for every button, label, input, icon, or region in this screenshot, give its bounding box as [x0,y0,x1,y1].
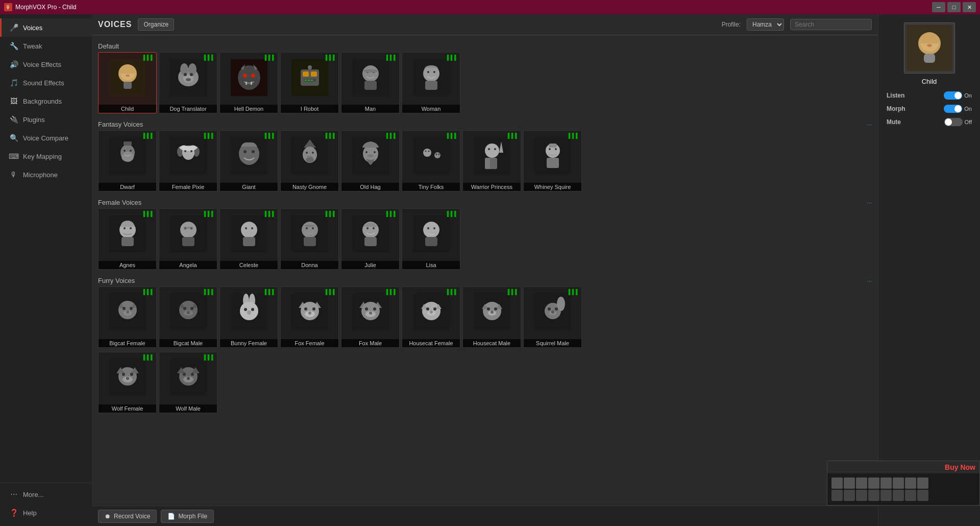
voice-card-housecat-female[interactable]: ▌▌▌ Housecat Female [402,286,460,348]
svg-point-113 [306,227,308,229]
key-mapping-icon: ⌨ [9,151,19,161]
profile-select[interactable]: Hamza [747,18,784,31]
svg-point-54 [177,147,183,157]
sidebar-item-sound-effects[interactable]: 🎵 Sound Effects [0,74,92,92]
voice-card-bigcat-male[interactable]: ▌▌▌ Bigcat Male [159,286,217,348]
sidebar-item-help[interactable]: ❓ Help [0,504,92,522]
voice-card-housecat-male[interactable]: ▌▌▌ Housecat Male [462,286,521,348]
sidebar-item-voices[interactable]: 🎤 Voices [0,18,92,37]
signal-warrior-princess: ▌▌▌ [508,133,519,138]
svg-rect-210 [924,54,935,63]
organize-button[interactable]: Organize [138,18,174,31]
listen-toggle[interactable]: On [944,91,972,100]
svg-point-183 [557,297,565,311]
voice-card-bigcat-female[interactable]: ▌▌▌ Bigcat Female [98,286,157,348]
svg-point-53 [190,150,192,152]
label-celeste: Celeste [220,261,278,269]
voice-card-man[interactable]: ▌▌▌ Man [341,52,400,113]
svg-point-180 [491,310,494,314]
record-voice-button[interactable]: ⏺ Record Voice [98,510,157,523]
svg-point-42 [427,71,429,73]
sidebar-item-more[interactable]: ⋯ More... [0,485,92,504]
voice-card-donna[interactable]: ▌▌▌ Donna [280,208,339,270]
svg-point-153 [304,307,307,310]
fantasy-more[interactable]: ··· [867,122,872,128]
svg-rect-87 [547,158,559,168]
signal-giant: ▌▌▌ [265,133,276,138]
morph-file-icon: 📄 [167,513,175,520]
signal-dog: ▌▌▌ [204,55,215,60]
voice-card-dog-translator[interactable]: ▌▌▌ Dog Translator [159,52,217,113]
sidebar-item-voice-compare[interactable]: 🔍 Voice Compare [0,129,92,147]
voice-card-woman[interactable]: ▌▌▌ Woman [402,52,460,113]
furry-more[interactable]: ··· [867,278,872,284]
label-tiny-folks: Tiny Folks [402,183,460,191]
female-more[interactable]: ··· [867,200,872,206]
more-icon: ⋯ [9,489,19,499]
label-fox-male: Fox Male [341,339,399,347]
voice-card-dwarf[interactable]: ▌▌▌ Dwarf [98,130,157,192]
label-man: Man [341,105,399,113]
sidebar-item-microphone[interactable]: 🎙 Microphone [0,165,92,184]
svg-point-94 [124,227,126,229]
voice-card-hell-demon[interactable]: ▌▌▌ Hell Demon [219,52,278,113]
svg-point-80 [485,144,499,158]
voice-card-whiney-squire[interactable]: ▌▌▌ Whiney Squire [523,130,582,192]
sidebar-item-backgrounds[interactable]: 🖼 Backgrounds [0,92,92,110]
maximize-button[interactable]: □ [947,2,961,12]
signal-tiny-folks: ▌▌▌ [447,133,458,138]
svg-point-66 [306,157,314,162]
signal-housecat-female: ▌▌▌ [447,289,458,295]
svg-rect-30 [311,80,313,81]
help-icon: ❓ [9,508,19,518]
minimize-button[interactable]: ─ [932,2,945,12]
morph-file-button[interactable]: 📄 Morph File [161,510,214,523]
voice-card-fox-female[interactable]: ▌▌▌ Fox Female [280,286,339,348]
voice-card-wolf-male[interactable]: ▌▌▌ Wolf Male [159,352,217,413]
voice-card-warrior-princess[interactable]: ▌▌▌ Warrior Princess [462,130,521,192]
sidebar-item-plugins[interactable]: 🔌 Plugins [0,110,92,129]
selected-voice-panel: Child Listen On Morph On [878,14,980,139]
voice-card-bunny-female[interactable]: ▌▌▌ Bunny Female [219,286,278,348]
voices-list[interactable]: Default [92,35,878,506]
buy-now-header[interactable]: Buy Now [827,461,979,473]
sidebar-label-microphone: Microphone [23,171,58,179]
voice-card-squirrel-male[interactable]: ▌▌▌ Squirrel Male [523,286,582,348]
morph-track[interactable] [944,105,962,113]
mute-toggle[interactable]: Off [944,118,972,126]
voice-card-angela[interactable]: ▌▌▌ Angela [159,208,217,270]
voice-card-agnes[interactable]: ▌▌▌ Agnes [98,208,157,270]
microphone-icon: 🎙 [9,170,19,180]
morph-toggle[interactable]: On [944,105,972,113]
sidebar-item-key-mapping[interactable]: ⌨ Key Mapping [0,147,92,165]
morph-file-label: Morph File [178,513,207,520]
voice-card-giant[interactable]: ▌▌▌ Giant [219,130,278,192]
svg-point-135 [179,301,198,319]
listen-track[interactable] [944,91,962,100]
voice-card-wolf-female[interactable]: ▌▌▌ Wolf Female [98,352,157,413]
voice-card-nasty-gnome[interactable]: ▌▌▌ Nasty Gnome [280,130,339,192]
svg-rect-98 [182,237,194,246]
sidebar-item-tweak[interactable]: 🔧 Tweak [0,37,92,55]
voice-card-julie[interactable]: ▌▌▌ Julie [341,208,400,270]
signal-angela: ▌▌▌ [204,211,215,217]
sidebar-item-voice-effects[interactable]: 🔊 Voice Effects [0,55,92,74]
svg-rect-28 [305,80,307,81]
selected-voice-avatar [904,22,955,74]
search-input[interactable] [790,19,872,30]
mute-track[interactable] [944,118,963,126]
voice-card-female-pixie[interactable]: ▌▌▌ Female Pixie [159,130,217,192]
voice-card-fox-male[interactable]: ▌▌▌ Fox Male [341,286,400,348]
close-button[interactable]: ✕ [963,2,976,12]
svg-rect-93 [121,237,134,246]
voice-card-old-hag[interactable]: ▌▌▌ Old Hag [341,130,400,192]
voice-card-lisa[interactable]: ▌▌▌ Lisa [402,208,460,270]
voice-card-i-robot[interactable]: ▌▌▌ I Robot [280,52,339,113]
svg-point-19 [243,74,247,78]
voice-card-celeste[interactable]: ▌▌▌ Celeste [219,208,278,270]
sidebar-label-sound-effects: Sound Effects [23,79,64,87]
voice-card-tiny-folks[interactable]: ▌▌▌ Tiny Folks [402,130,460,192]
voice-card-child[interactable]: ▌▌▌ Child [98,52,157,113]
signal-old-hag: ▌▌▌ [386,133,397,138]
profile-label: Profile: [722,21,741,28]
